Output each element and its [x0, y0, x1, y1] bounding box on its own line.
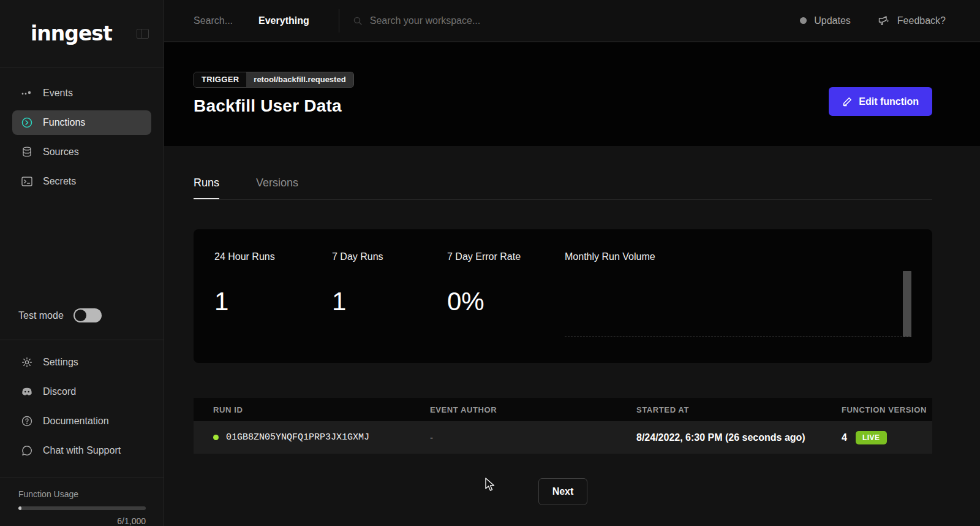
sidebar-item-secrets[interactable]: Secrets: [12, 169, 151, 194]
edit-function-button[interactable]: Edit function: [829, 87, 932, 116]
topbar-right: Updates Feedback?: [800, 15, 946, 26]
chat-bubble-icon: [21, 445, 33, 456]
page-title: Backfill User Data: [194, 96, 932, 116]
run-id-value: 01GB8ZN05YNQFQ1PRP3JX1GXMJ: [226, 432, 369, 443]
function-usage-progressbar: [18, 506, 146, 510]
megaphone-icon: [878, 15, 890, 26]
updates-link[interactable]: Updates: [800, 15, 851, 26]
tab-runs[interactable]: Runs: [194, 177, 219, 199]
function-version-cell: 4 LIVE: [842, 431, 932, 444]
pagination: Next: [194, 478, 932, 505]
live-status-badge: LIVE: [856, 431, 887, 444]
next-page-button[interactable]: Next: [538, 478, 588, 505]
chart-bar: [810, 271, 818, 337]
pencil-icon: [842, 96, 853, 107]
trigger-event-name: retool/backfill.requested: [246, 72, 353, 87]
updates-label: Updates: [814, 15, 851, 26]
run-status-dot-icon: [213, 435, 219, 440]
discord-icon: [21, 387, 33, 396]
sidebar-item-documentation[interactable]: Documentation: [12, 409, 151, 433]
stat-24h-runs: 24 Hour Runs 1: [214, 251, 332, 345]
stat-value: 1: [214, 287, 332, 316]
function-usage-label: Function Usage: [18, 489, 145, 499]
column-header-function-version: FUNCTION VERSION: [842, 405, 932, 414]
workspace-search-placeholder: Search your workspace...: [370, 15, 481, 26]
trigger-kind-label: TRIGGER: [194, 72, 246, 87]
chart-bar: [868, 271, 876, 337]
chart-bar: [856, 271, 865, 337]
sidebar-item-label: Discord: [43, 386, 76, 397]
chart-bar: [681, 271, 690, 337]
function-header: TRIGGER retool/backfill.requested Backfi…: [164, 42, 980, 146]
version-number: 4: [842, 432, 847, 443]
toggle-knob: [75, 310, 86, 321]
chart-bar: [600, 271, 608, 337]
gear-icon: [21, 357, 33, 368]
feedback-link[interactable]: Feedback?: [878, 15, 946, 26]
sidebar-item-label: Sources: [43, 147, 79, 158]
sidebar-item-events[interactable]: Events: [12, 81, 151, 105]
chart-bar: [763, 271, 772, 337]
runs-table: RUN ID EVENT AUTHOR STARTED AT FUNCTION …: [194, 398, 932, 454]
sidebar-item-label: Documentation: [43, 416, 109, 427]
sidebar-item-discord[interactable]: Discord: [12, 379, 151, 404]
chart-bar: [739, 271, 748, 337]
chart-bar: [752, 271, 760, 337]
sidebar-item-functions[interactable]: Functions: [12, 110, 151, 135]
column-header-run-id: RUN ID: [213, 405, 430, 414]
chart-bar: [693, 271, 701, 337]
help-circle-icon: [21, 416, 33, 427]
search-icon: [353, 16, 363, 26]
sidebar-item-sources[interactable]: Sources: [12, 140, 151, 164]
updates-dot-icon: [800, 17, 807, 24]
chart-bar: [635, 271, 643, 337]
sidebar-logo-row: inngest: [0, 0, 164, 67]
search-shortcut[interactable]: Search...: [194, 15, 233, 26]
sidebar-item-settings[interactable]: Settings: [12, 350, 151, 375]
stat-label: 7 Day Error Rate: [447, 251, 565, 262]
sidebar-item-label: Settings: [43, 357, 78, 368]
tab-versions[interactable]: Versions: [256, 177, 298, 199]
feedback-label: Feedback?: [897, 15, 946, 26]
test-mode-toggle[interactable]: [74, 308, 102, 322]
sidebar-item-label: Chat with Support: [43, 445, 121, 456]
stat-label: 24 Hour Runs: [214, 251, 332, 262]
table-header: RUN ID EVENT AUTHOR STARTED AT FUNCTION …: [194, 398, 932, 421]
sidebar-spacer: [0, 199, 164, 308]
edit-function-label: Edit function: [859, 96, 919, 107]
chart-bar: [798, 271, 807, 337]
main-content: Runs Versions 24 Hour Runs 1 7 Day Runs …: [164, 146, 980, 526]
stat-value: 0%: [447, 287, 565, 316]
stat-7d-error-rate: 7 Day Error Rate 0%: [447, 251, 565, 345]
sidebar-collapse-icon[interactable]: [137, 29, 149, 39]
chart-bar: [576, 271, 585, 337]
column-header-started-at: STARTED AT: [636, 405, 842, 414]
chart-bar: [891, 271, 900, 337]
chart-bar: [786, 271, 795, 337]
function-usage-value: 6/1,000: [18, 516, 146, 526]
table-row[interactable]: 01GB8ZN05YNQFQ1PRP3JX1GXMJ - 8/24/2022, …: [194, 421, 932, 454]
sidebar-item-label: Functions: [43, 117, 85, 128]
test-mode-row: Test mode: [0, 308, 164, 322]
app-window: inngest Events Functions Sources: [0, 0, 980, 526]
stat-7d-runs: 7 Day Runs 1: [332, 251, 447, 345]
sidebar-nav: Events Functions Sources Secrets: [0, 67, 164, 199]
chart-bar: [646, 271, 655, 337]
test-mode-label: Test mode: [18, 310, 64, 321]
sidebar-item-label: Events: [43, 88, 73, 99]
function-usage-block: Function Usage 6/1,000: [0, 478, 164, 526]
sidebar: inngest Events Functions Sources: [0, 0, 164, 526]
function-usage-progress-fill: [18, 506, 21, 510]
chart-bar: [565, 271, 573, 337]
search-scope-everything[interactable]: Everything: [258, 15, 309, 26]
monthly-run-volume: Monthly Run Volume: [565, 251, 911, 345]
chart-bar: [669, 271, 678, 337]
column-header-event-author: EVENT AUTHOR: [430, 405, 636, 414]
chart-bar: [611, 271, 620, 337]
workspace-search-input[interactable]: Search your workspace...: [353, 15, 801, 26]
sidebar-item-chat-support[interactable]: Chat with Support: [12, 438, 151, 463]
chart-bar: [658, 271, 666, 337]
functions-icon: [21, 117, 33, 128]
chart-bar: [821, 271, 830, 337]
topbar: Search... Everything Search your workspa…: [164, 0, 980, 42]
